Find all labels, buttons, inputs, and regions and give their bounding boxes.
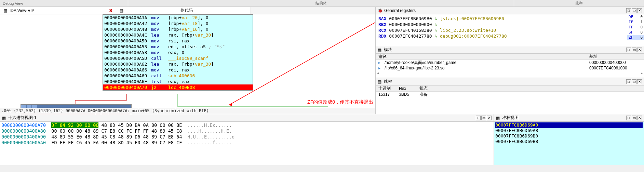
threads-panel: ▦ 线程 □▭✕ 十进制 Hex 状态 15317 3BD5 准备 — [376, 78, 644, 114]
module-icon: ▸ — [378, 60, 383, 65]
maximize-icon[interactable]: ▭ — [632, 79, 636, 84]
close-icon[interactable]: ✖ — [109, 8, 112, 13]
modules-title: 模块 — [384, 47, 626, 53]
maximize-icon[interactable]: ▭ — [632, 8, 636, 13]
stack-title: 堆栈视图 — [502, 115, 626, 121]
module-row[interactable]: ▸/lib/x86_64-linux-gnu/libc-2.23.so00007… — [376, 65, 644, 71]
hex-view-panel: ▦ 十六进制视图-1 □▭✕ 0000000000400A70 0F 84 92… — [0, 114, 494, 165]
scrollbar[interactable]: ◂▸ — [376, 71, 644, 76]
flags-list[interactable]: DF0 IF1 TF0 SF0 ZF0 — [627, 14, 644, 46]
pseudocode-icon: ▦ — [120, 8, 124, 13]
modules-header[interactable]: 路径 基址 — [376, 54, 644, 60]
modules-panel: ▦ 模块 □▭✕ 路径 基址 ▸/home/yt-rookie/桌面/ida/n… — [376, 46, 644, 78]
restore-icon[interactable]: □ — [626, 79, 631, 84]
tab-ida-view[interactable]: ▦ IDA View-RIP ✖ — [0, 7, 116, 14]
tab-debug-view[interactable]: Debug View — [0, 0, 128, 6]
stack-view-panel: ▦ 堆栈视图 □▭✕ 00007FFC8B6D69A0 00007FFC8B6D… — [494, 114, 644, 165]
registers-title: General registers — [384, 8, 626, 13]
threads-title: 线程 — [384, 79, 626, 84]
restore-icon[interactable]: □ — [626, 8, 631, 13]
maximize-icon[interactable]: ▭ — [632, 116, 636, 120]
close-icon[interactable]: ✕ — [637, 79, 642, 84]
close-icon[interactable]: ✕ — [637, 8, 642, 13]
module-row[interactable]: ▸/home/yt-rookie/桌面/ida/number_game00000… — [376, 60, 644, 65]
close-icon[interactable]: ✕ — [637, 48, 642, 52]
tab-pseudocode[interactable]: ▦ 伪代码 — [116, 7, 251, 14]
restore-icon[interactable]: □ — [476, 116, 481, 120]
close-icon[interactable]: ✕ — [487, 116, 492, 120]
status-bar: .00% (232,502) (1339,162) 00000A7A 00000… — [0, 108, 375, 114]
stack-icon: ▦ — [496, 116, 501, 120]
thread-row[interactable]: 15317 3BD5 准备 — [376, 92, 644, 97]
bug-icon: 🐞 — [378, 8, 383, 13]
close-icon[interactable]: ✕ — [637, 116, 642, 120]
hex-dump[interactable]: 0000000000400A70 0F 84 92 00 00 00 48 8D… — [0, 122, 494, 165]
maximize-icon[interactable]: ▭ — [632, 48, 636, 52]
disassembly-panel: ▦ IDA View-RIP ✖ ▦ 伪代码 0000000000400A3A … — [0, 7, 376, 114]
disassembly-block[interactable]: 0000000000400A3A mov[rbp+var_20], 0 0000… — [103, 14, 253, 91]
tab-enums[interactable]: 枚举 — [514, 0, 644, 6]
ida-view-icon: ▦ — [3, 8, 8, 13]
zf-flag[interactable]: ZF0 — [627, 35, 644, 40]
modules-icon: ▦ — [378, 48, 383, 52]
tab-structs[interactable]: 结构体 — [128, 0, 514, 6]
view-tab-bar: ▦ IDA View-RIP ✖ ▦ 伪代码 — [0, 7, 375, 14]
user-annotation: ZF的值改成0，使其不直接退出 — [307, 99, 373, 105]
registers-list[interactable]: RAX 00007FFC8B6D69B0 ↳ [stack]:00007FFC8… — [376, 14, 627, 46]
restore-icon[interactable]: □ — [626, 116, 631, 120]
threads-header[interactable]: 十进制 Hex 状态 — [376, 85, 644, 92]
current-instruction[interactable]: 0000000000400A70 jzloc_400B08 — [103, 84, 253, 90]
threads-icon: ▦ — [378, 79, 383, 84]
restore-icon[interactable]: □ — [626, 48, 631, 52]
hex-title: 十六进制视图-1 — [8, 115, 476, 121]
registers-panel: 🐞 General registers □ ▭ ✕ RAX 00007FFC8B… — [376, 7, 644, 46]
top-tab-bar: Debug View 结构体 枚举 — [0, 0, 644, 7]
svg-marker-2 — [229, 103, 232, 106]
module-icon: ▸ — [378, 66, 383, 70]
hex-icon: ▦ — [2, 116, 7, 120]
stack-dump[interactable]: 00007FFC8B6D69A0 00007FFC8B6D69A8 00007F… — [494, 122, 644, 165]
maximize-icon[interactable]: ▭ — [481, 116, 486, 120]
